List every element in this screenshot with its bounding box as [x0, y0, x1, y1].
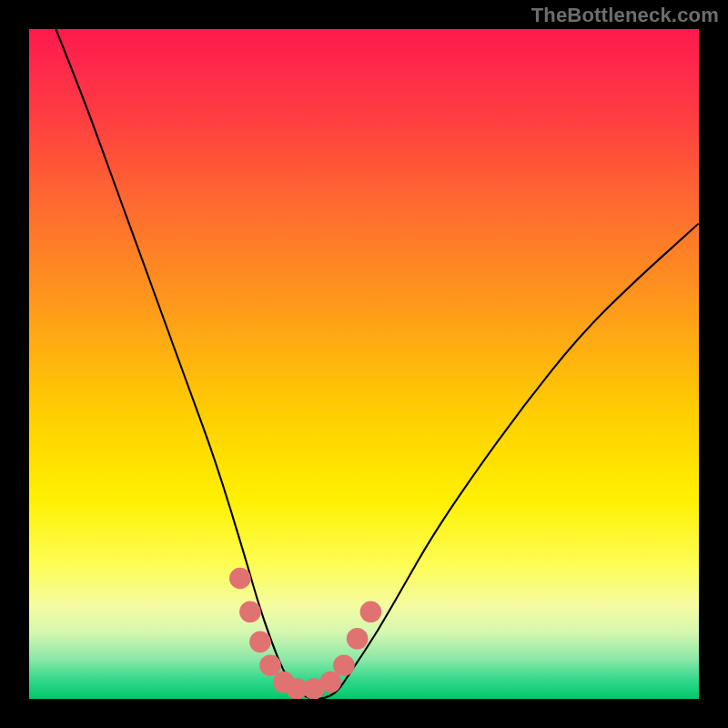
plot-area [29, 29, 699, 699]
marker-dot [347, 628, 369, 650]
marker-group [229, 568, 381, 699]
marker-dot [259, 654, 281, 676]
marker-dot [249, 632, 271, 653]
marker-dot [333, 654, 355, 676]
marker-dot [239, 602, 261, 623]
frame: TheBottleneck.com [0, 0, 728, 728]
marker-dot [319, 672, 341, 693]
bottleneck-curve [56, 29, 699, 699]
chart-svg [29, 29, 699, 699]
credit-label: TheBottleneck.com [531, 4, 719, 27]
marker-dot [360, 602, 382, 623]
marker-dot [229, 568, 251, 590]
